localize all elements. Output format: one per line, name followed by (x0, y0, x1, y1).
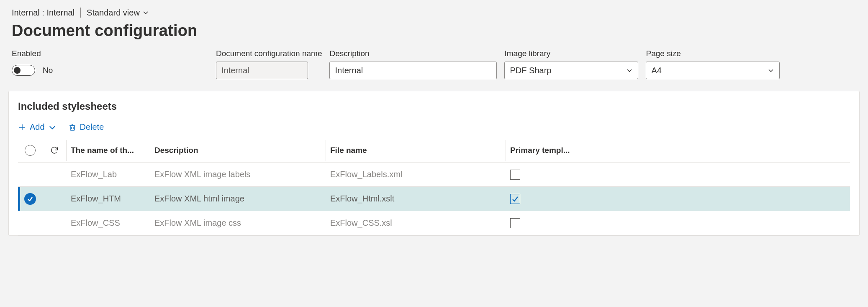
primary-checkbox[interactable] (510, 194, 520, 204)
breadcrumb: Internal : Internal (12, 8, 74, 18)
chevron-down-icon (48, 123, 56, 132)
row-select[interactable] (18, 217, 42, 229)
table-row[interactable]: ExFlow_LabExFlow XML image labelsExFlow_… (18, 163, 850, 187)
row-file-name: ExFlow_Labels.xml (326, 164, 506, 185)
row-refresh-cell (42, 193, 67, 205)
page-size-value: A4 (651, 66, 661, 75)
breadcrumb-divider (80, 8, 81, 18)
row-name: ExFlow_Lab (67, 164, 150, 185)
col-description[interactable]: Description (150, 140, 326, 161)
trash-icon (68, 123, 77, 132)
config-name-value: Internal (221, 66, 249, 75)
config-name-label: Document configuration name (216, 49, 322, 58)
row-description: ExFlow XML html image (150, 188, 326, 209)
refresh-icon (50, 146, 59, 155)
description-label: Description (329, 49, 497, 58)
svg-rect-2 (70, 126, 74, 130)
config-name-input[interactable]: Internal (216, 62, 308, 79)
chevron-down-icon (142, 9, 149, 16)
primary-checkbox[interactable] (510, 170, 520, 180)
select-all-cell[interactable] (18, 139, 42, 162)
add-button-label: Add (30, 122, 45, 132)
image-library-select[interactable]: PDF Sharp (504, 62, 638, 79)
page-size-label: Page size (646, 49, 780, 58)
delete-button-label: Delete (80, 122, 104, 132)
image-library-label: Image library (504, 49, 638, 58)
description-value: Internal (335, 66, 363, 75)
check-icon (511, 195, 519, 203)
chevron-down-icon (768, 67, 774, 74)
page-title: Document configuration (8, 20, 860, 46)
row-name: ExFlow_CSS (67, 212, 150, 234)
row-refresh-cell (42, 169, 67, 181)
page-size-select[interactable]: A4 (646, 62, 780, 79)
row-select[interactable] (18, 187, 42, 211)
chevron-down-icon (626, 67, 633, 74)
check-icon (24, 193, 36, 205)
grid-header: The name of th... Description File name … (18, 138, 850, 163)
col-name[interactable]: The name of th... (67, 140, 150, 161)
add-button[interactable]: Add (18, 122, 56, 132)
primary-checkbox[interactable] (510, 218, 520, 228)
row-refresh-cell (42, 217, 67, 229)
row-primary-cell[interactable] (506, 188, 850, 210)
view-switcher-label: Standard view (87, 8, 140, 18)
image-library-value: PDF Sharp (510, 66, 551, 75)
enabled-label: Enabled (12, 49, 208, 58)
plus-icon (18, 123, 26, 132)
row-description: ExFlow XML image labels (150, 164, 326, 185)
stylesheets-panel-title: Included stylesheets (9, 91, 859, 116)
refresh-column[interactable] (42, 140, 67, 161)
row-primary-cell[interactable] (506, 164, 850, 186)
row-select[interactable] (18, 169, 42, 181)
view-switcher[interactable]: Standard view (87, 8, 149, 18)
delete-button[interactable]: Delete (68, 122, 104, 132)
row-name: ExFlow_HTM (67, 188, 150, 209)
row-description: ExFlow XML image css (150, 212, 326, 234)
stylesheets-panel: Included stylesheets Add Delete The name… (8, 91, 860, 236)
col-primary[interactable]: Primary templ... (506, 140, 850, 161)
table-row[interactable]: ExFlow_CSSExFlow XML image cssExFlow_CSS… (18, 211, 850, 235)
col-file-name[interactable]: File name (326, 140, 506, 161)
description-input[interactable]: Internal (329, 62, 497, 79)
row-primary-cell[interactable] (506, 212, 850, 234)
stylesheets-grid: The name of th... Description File name … (18, 138, 850, 235)
row-file-name: ExFlow_Html.xslt (326, 188, 506, 209)
enabled-value-text: No (43, 66, 53, 75)
table-row[interactable]: ExFlow_HTMExFlow XML html imageExFlow_Ht… (18, 187, 850, 211)
row-file-name: ExFlow_CSS.xsl (326, 212, 506, 234)
enabled-toggle[interactable] (12, 65, 35, 76)
